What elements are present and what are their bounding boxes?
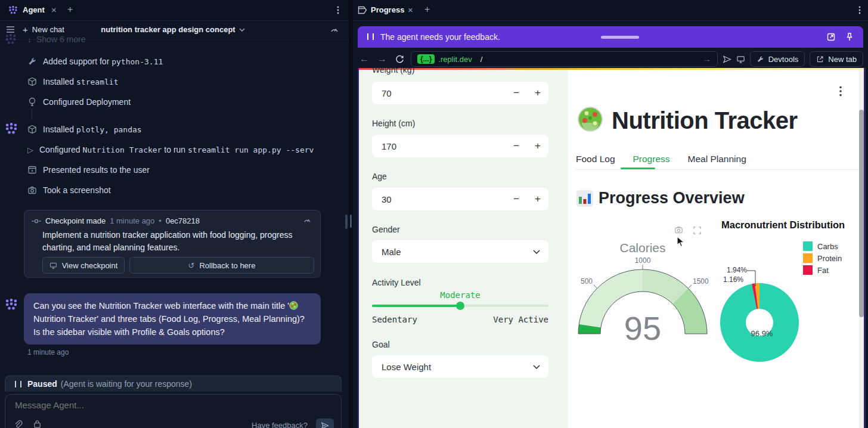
- gender-select[interactable]: Male: [372, 240, 548, 263]
- fullscreen-icon[interactable]: [693, 226, 702, 235]
- legend-item[interactable]: Carbs: [803, 241, 838, 251]
- message-timestamp: 1 minute ago: [27, 348, 69, 356]
- divider-handle[interactable]: [350, 215, 352, 228]
- message-input[interactable]: [14, 399, 266, 411]
- feedback-link[interactable]: Have feedback?: [252, 421, 308, 428]
- camera-icon: [27, 185, 37, 195]
- weight-label: Weight (kg): [372, 68, 414, 75]
- avatar: [5, 122, 18, 135]
- kebab-menu-icon[interactable]: [858, 6, 861, 14]
- panel-divider[interactable]: [349, 0, 353, 428]
- go-arrow-icon[interactable]: →: [703, 54, 711, 64]
- paperclip-icon[interactable]: [14, 420, 23, 428]
- timeline-item: ▷ Configured Nutrition Tracker to run st…: [27, 144, 347, 156]
- forward-icon[interactable]: →: [376, 54, 389, 64]
- tab-food-log[interactable]: Food Log: [576, 154, 615, 165]
- legend-swatch: [803, 265, 813, 275]
- pie-outside-label: 1.94%: [711, 266, 747, 274]
- slider-value: Moderate: [372, 290, 548, 300]
- url-bar[interactable]: {...} .replit.dev / →: [411, 51, 718, 67]
- hamburger-menu-icon[interactable]: [6, 26, 15, 33]
- rollback-button[interactable]: ↺ Rollback to here: [129, 257, 314, 274]
- legend-swatch: [803, 241, 813, 251]
- checkpoint-header: Checkpoint made 1 minute ago • 0ec78218: [32, 216, 200, 225]
- tab-meal-planning[interactable]: Meal Planning: [688, 154, 746, 165]
- close-tab-icon[interactable]: ×: [51, 5, 57, 14]
- conversation-switcher[interactable]: nutrition tracker app design concept: [89, 25, 256, 34]
- goal-select[interactable]: Lose Weight: [372, 355, 548, 378]
- tab-agent[interactable]: Agent: [23, 5, 45, 14]
- deploy-icon: [27, 97, 37, 107]
- checkpoint-hash: 0ec78218: [166, 216, 200, 225]
- activity-label: Activity Level: [372, 278, 421, 287]
- refresh-icon[interactable]: [393, 55, 406, 64]
- scrollbar-track[interactable]: [859, 70, 864, 428]
- tab-progress[interactable]: Progress: [371, 5, 404, 14]
- open-in-browser-icon[interactable]: [723, 55, 731, 64]
- view-checkpoint-button[interactable]: View checkpoint: [42, 257, 125, 274]
- tab-progress[interactable]: Progress: [633, 154, 670, 165]
- device-preview-icon[interactable]: [736, 55, 745, 64]
- timeline-item: Added support for python-3.11: [27, 55, 347, 67]
- browser-toolbar: ← → {...} .replit.dev / → Devtools: [358, 50, 863, 68]
- drag-handle[interactable]: [601, 36, 639, 39]
- legend-item[interactable]: Protein: [803, 253, 842, 263]
- rollback-icon: ↺: [188, 261, 195, 270]
- timeline-item: Installed streamlit: [27, 76, 347, 88]
- bar-chart-emoji-icon: [576, 190, 594, 207]
- show-more-button[interactable]: ↓ Show 6 more: [27, 35, 85, 44]
- app-title: Nutrition Tracker: [612, 107, 798, 134]
- timeline-item: Took a screenshot: [27, 184, 347, 196]
- mouse-cursor: [677, 236, 685, 247]
- arrow-down-icon: ↓: [27, 35, 32, 44]
- timeline-item: Installed plotly, pandas: [27, 123, 347, 135]
- scrollbar-thumb[interactable]: [859, 110, 864, 317]
- monitor-icon: [49, 262, 57, 269]
- decrement-button[interactable]: −: [506, 140, 527, 152]
- send-button[interactable]: [316, 418, 334, 428]
- new-tab-icon[interactable]: +: [424, 5, 430, 14]
- increment-button[interactable]: +: [527, 87, 548, 99]
- gender-label: Gender: [372, 225, 400, 234]
- devtools-button[interactable]: Devtools: [750, 51, 805, 67]
- tabs-divider: [576, 169, 859, 170]
- slider-fill: [372, 305, 460, 307]
- new-tab-button[interactable]: New tab: [810, 51, 863, 67]
- avatar: [5, 33, 17, 45]
- slider-thumb[interactable]: [456, 302, 464, 310]
- pin-icon[interactable]: [845, 32, 854, 42]
- svg-text:500: 500: [581, 277, 593, 286]
- download-plot-icon[interactable]: [674, 225, 684, 234]
- webview-icon: [358, 6, 367, 14]
- external-link-icon: [816, 55, 824, 63]
- increment-button[interactable]: +: [527, 193, 548, 205]
- app-tabs: Food Log Progress Meal Planning: [576, 154, 746, 165]
- kebab-menu-icon[interactable]: [337, 6, 339, 14]
- increment-button[interactable]: +: [527, 140, 548, 152]
- usage-meter-icon[interactable]: [330, 25, 339, 35]
- height-label: Height (cm): [372, 119, 415, 128]
- legend-item[interactable]: Fat: [803, 265, 829, 275]
- checkpoint-actions: View checkpoint ↺ Rollback to here: [42, 257, 314, 274]
- timeline-item: Configured Deployment: [27, 96, 347, 108]
- close-tab-icon[interactable]: ×: [408, 5, 413, 14]
- age-stepper[interactable]: 30 − +: [372, 188, 548, 210]
- tools-icon[interactable]: [33, 420, 42, 428]
- decrement-button[interactable]: −: [506, 193, 527, 205]
- chat-scrollbar[interactable]: [345, 215, 348, 229]
- svg-text:1000: 1000: [635, 256, 651, 265]
- paused-status-bar: Paused (Agent is waiting for your respon…: [5, 376, 342, 392]
- popout-icon[interactable]: [826, 32, 836, 42]
- calories-gauge-chart: 1000 500 1500 95: [571, 256, 714, 346]
- new-tab-icon[interactable]: +: [67, 5, 73, 14]
- app-menu-icon[interactable]: [839, 86, 842, 97]
- composer: Have feedback?: [5, 394, 342, 428]
- back-icon[interactable]: ←: [358, 54, 371, 64]
- height-stepper[interactable]: 170 − +: [372, 135, 548, 157]
- new-chat-button[interactable]: + New chat: [23, 24, 64, 35]
- weight-stepper[interactable]: 70 − +: [372, 82, 548, 104]
- preview-panel: Progress × + The agent needs your feedba…: [353, 0, 868, 428]
- decrement-button[interactable]: −: [506, 87, 527, 99]
- usage-meter-icon: [303, 216, 312, 225]
- streamlit-app: Weight (kg) 70 − + Height (cm) 170 − + A…: [358, 68, 866, 428]
